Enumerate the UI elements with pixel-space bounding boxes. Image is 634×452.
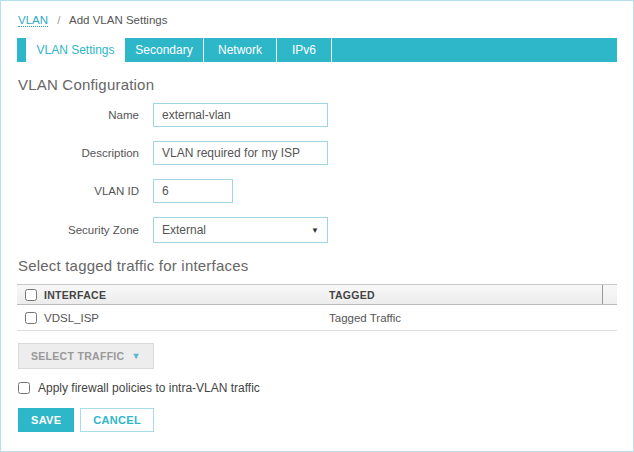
security-zone-select[interactable]: External ▼: [153, 217, 328, 243]
action-buttons: SAVE CANCEL: [18, 408, 633, 432]
name-input[interactable]: [153, 103, 328, 127]
select-traffic-button[interactable]: SELECT TRAFFIC ▼: [18, 343, 154, 369]
tab-bar-left-spacer: [17, 38, 26, 62]
vlan-configuration-form: Name Description VLAN ID Security Zone E…: [1, 103, 633, 243]
tab-vlan-settings[interactable]: VLAN Settings: [26, 38, 125, 62]
breadcrumb: VLAN / Add VLAN Settings: [1, 1, 633, 26]
vlan-id-row: VLAN ID: [1, 179, 633, 203]
description-label: Description: [1, 147, 153, 159]
row-checkbox-cell: [17, 312, 44, 324]
breadcrumb-vlan-link[interactable]: VLAN: [18, 14, 48, 27]
select-traffic-button-label: SELECT TRAFFIC: [31, 350, 124, 362]
intra-vlan-row: Apply firewall policies to intra-VLAN tr…: [18, 381, 633, 395]
security-zone-selected-value: External: [162, 223, 206, 237]
save-button[interactable]: SAVE: [18, 408, 74, 432]
name-label: Name: [1, 109, 153, 121]
tab-ipv6[interactable]: IPv6: [277, 38, 332, 62]
vlan-configuration-heading: VLAN Configuration: [18, 76, 633, 93]
tagged-cell: Tagged Traffic: [329, 312, 617, 324]
security-zone-label: Security Zone: [1, 224, 153, 236]
name-row: Name: [1, 103, 633, 127]
table-header-row: INTERFACE TAGGED: [17, 285, 617, 305]
table-row: VDSL_ISP Tagged Traffic: [17, 305, 617, 331]
breadcrumb-separator: /: [57, 14, 60, 26]
tagged-column-header: TAGGED: [329, 289, 602, 301]
vlan-id-input[interactable]: [153, 179, 233, 203]
tab-secondary[interactable]: Secondary: [125, 38, 204, 62]
select-all-checkbox[interactable]: [25, 289, 37, 301]
breadcrumb-current-page: Add VLAN Settings: [69, 14, 167, 26]
interface-column-header: INTERFACE: [44, 289, 329, 301]
security-zone-row: Security Zone External ▼: [1, 217, 633, 243]
header-checkbox-cell: [17, 289, 44, 301]
tab-bar-filler: [332, 38, 617, 62]
vdsl-isp-row-checkbox[interactable]: [25, 312, 37, 324]
select-dropdown-caret-icon: ▼: [311, 226, 319, 235]
tab-bar: VLAN Settings Secondary Network IPv6: [17, 38, 617, 62]
cancel-button[interactable]: CANCEL: [80, 408, 154, 432]
intra-vlan-label: Apply firewall policies to intra-VLAN tr…: [38, 381, 260, 395]
vlan-id-label: VLAN ID: [1, 185, 153, 197]
tagged-traffic-heading: Select tagged traffic for interfaces: [18, 257, 633, 274]
interface-cell: VDSL_ISP: [44, 312, 329, 324]
description-input[interactable]: [153, 141, 328, 165]
tab-network[interactable]: Network: [204, 38, 277, 62]
select-traffic-caret-icon: ▼: [131, 351, 140, 361]
add-vlan-settings-page: VLAN / Add VLAN Settings VLAN Settings S…: [0, 0, 634, 452]
intra-vlan-checkbox[interactable]: [18, 382, 30, 394]
table-scroll-gutter: [602, 285, 617, 304]
description-row: Description: [1, 141, 633, 165]
tagged-traffic-table: INTERFACE TAGGED VDSL_ISP Tagged Traffic: [17, 284, 617, 331]
